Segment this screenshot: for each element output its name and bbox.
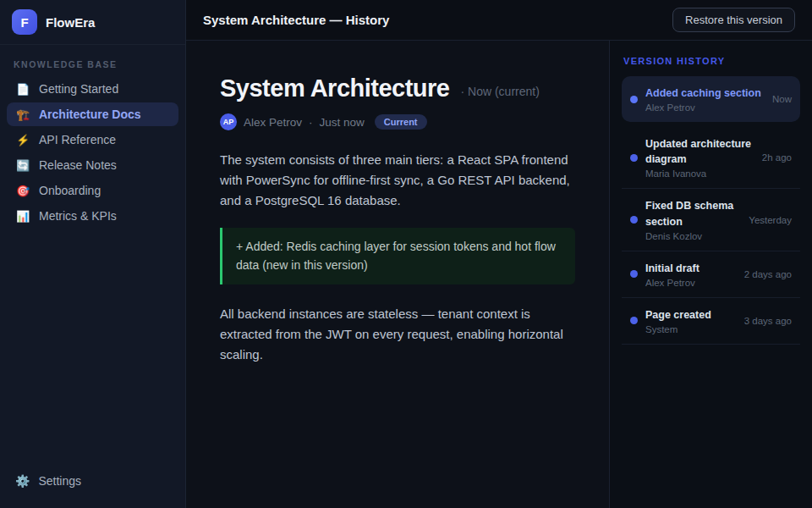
- version-item-time: Now: [772, 94, 792, 104]
- article-title: System Architecture · Now (current): [220, 75, 575, 102]
- version-item-title: Fixed DB schema section: [645, 198, 741, 229]
- version-history-panel: VERSION HISTORY Added caching section Al…: [609, 41, 812, 508]
- sidebar-item-architecture-docs[interactable]: 🏗️ Architecture Docs: [7, 102, 178, 126]
- byline: AP Alex Petrov · Just now Current: [220, 113, 575, 130]
- version-item-title: Added caching section: [645, 86, 765, 101]
- sidebar-item-label: Metrics & KPIs: [39, 209, 117, 223]
- byline-time: Just now: [320, 116, 365, 129]
- gear-icon: ⚙️: [15, 474, 30, 488]
- version-item-title: Page created: [645, 307, 737, 323]
- settings-label: Settings: [38, 474, 81, 488]
- sidebar-section-label: KNOWLEDGE BASE: [14, 59, 172, 69]
- restore-version-button[interactable]: Restore this version: [672, 8, 795, 32]
- version-item-time: 2h ago: [762, 152, 792, 163]
- version-item-time: Yesterday: [749, 215, 792, 225]
- brand-name: FlowEra: [46, 15, 95, 30]
- version-item-main: Added caching section Alex Petrov: [645, 86, 765, 113]
- byline-author: Alex Petrov: [244, 116, 302, 129]
- version-item-author: Maria Ivanova: [645, 168, 754, 179]
- version-dot-icon: [630, 317, 638, 324]
- version-item-page-created[interactable]: Page created System 3 days ago: [622, 298, 800, 345]
- construction-icon: 🏗️: [15, 108, 30, 121]
- content-row: System Architecture · Now (current) AP A…: [186, 41, 812, 508]
- version-item-author: Alex Petrov: [645, 102, 765, 113]
- version-item-initial-draft[interactable]: Initial draft Alex Petrov 2 days ago: [622, 251, 800, 298]
- sidebar-item-label: Release Notes: [39, 158, 117, 172]
- version-item-author: System: [645, 324, 737, 334]
- sidebar-item-getting-started[interactable]: 📄 Getting Started: [7, 77, 178, 101]
- sidebar: F FlowEra KNOWLEDGE BASE 📄 Getting Start…: [0, 0, 186, 508]
- version-item-main: Fixed DB schema section Denis Kozlov: [645, 198, 741, 240]
- topbar: System Architecture — History Restore th…: [186, 0, 812, 41]
- sidebar-item-label: Getting Started: [39, 82, 118, 96]
- version-item-time: 3 days ago: [744, 316, 792, 326]
- version-item-title: Initial draft: [645, 261, 737, 276]
- article: System Architecture · Now (current) AP A…: [186, 41, 609, 508]
- sidebar-nav: 📄 Getting Started 🏗️ Architecture Docs ⚡…: [0, 77, 185, 228]
- current-badge: Current: [375, 114, 427, 130]
- main-column: System Architecture — History Restore th…: [186, 0, 812, 508]
- version-item-updated-diagram[interactable]: Updated architecture diagram Maria Ivano…: [622, 127, 800, 189]
- article-paragraph-2: All backend instances are stateless — te…: [220, 304, 575, 365]
- sidebar-spacer: [0, 228, 185, 464]
- version-item-main: Updated architecture diagram Maria Ivano…: [645, 136, 754, 179]
- lightning-icon: ⚡: [15, 134, 30, 146]
- sidebar-item-release-notes[interactable]: 🔄 Release Notes: [7, 153, 178, 177]
- refresh-icon: 🔄: [15, 159, 30, 172]
- version-dot-icon: [630, 270, 638, 278]
- article-title-text: System Architecture: [220, 75, 449, 102]
- added-diff-block: + Added: Redis caching layer for session…: [220, 228, 575, 284]
- byline-separator: ·: [309, 116, 313, 129]
- version-item-author: Alex Petrov: [645, 278, 737, 288]
- sidebar-item-label: API Reference: [39, 133, 116, 146]
- brand: F FlowEra: [0, 0, 185, 45]
- sidebar-item-label: Onboarding: [39, 184, 101, 197]
- version-item-title: Updated architecture diagram: [645, 136, 754, 167]
- article-title-suffix: · Now (current): [460, 80, 539, 98]
- avatar: AP: [220, 113, 237, 130]
- version-item-added-caching[interactable]: Added caching section Alex Petrov Now: [622, 76, 800, 122]
- version-item-fixed-db-schema[interactable]: Fixed DB schema section Denis Kozlov Yes…: [622, 189, 800, 251]
- bar-chart-icon: 📊: [15, 210, 30, 223]
- version-item-time: 2 days ago: [744, 269, 792, 279]
- page-title: System Architecture — History: [203, 13, 389, 27]
- sidebar-item-label: Architecture Docs: [39, 108, 141, 121]
- sidebar-item-metrics-kpis[interactable]: 📊 Metrics & KPIs: [7, 204, 178, 228]
- target-icon: 🎯: [15, 185, 30, 197]
- sidebar-item-settings[interactable]: ⚙️ Settings: [0, 464, 185, 508]
- sidebar-item-onboarding[interactable]: 🎯 Onboarding: [7, 179, 178, 202]
- version-item-main: Initial draft Alex Petrov: [645, 261, 737, 288]
- version-dot-icon: [630, 216, 638, 224]
- article-paragraph-1: The system consists of three main tiers:…: [220, 150, 575, 211]
- flowera-logo-icon: F: [12, 9, 37, 35]
- version-dot-icon: [630, 154, 638, 162]
- document-icon: 📄: [15, 83, 30, 96]
- version-item-author: Denis Kozlov: [645, 231, 741, 241]
- app-window: F FlowEra KNOWLEDGE BASE 📄 Getting Start…: [0, 0, 812, 508]
- sidebar-item-api-reference[interactable]: ⚡ API Reference: [7, 128, 178, 152]
- version-dot-icon: [630, 96, 638, 103]
- version-history-title: VERSION HISTORY: [623, 56, 798, 66]
- version-item-main: Page created System: [645, 307, 737, 334]
